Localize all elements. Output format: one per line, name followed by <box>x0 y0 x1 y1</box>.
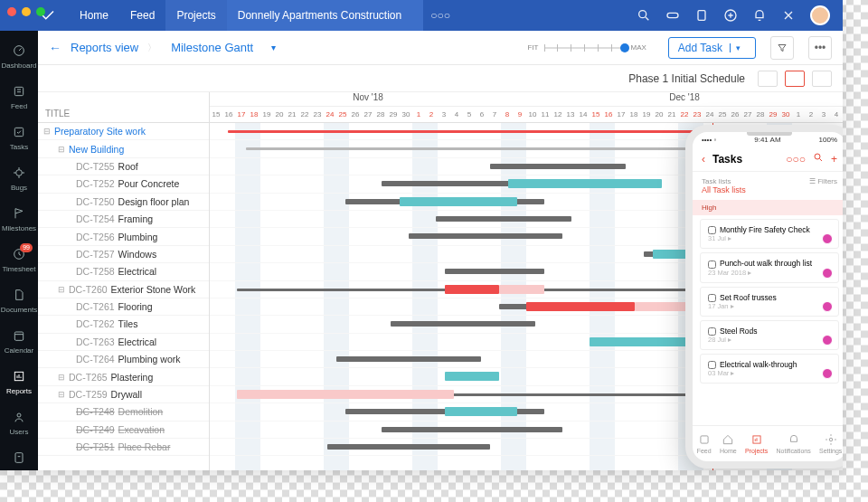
phone-nav-notifications[interactable]: Notifications <box>777 433 811 454</box>
view-option-3[interactable] <box>812 71 832 87</box>
phone-task-item[interactable]: Steel Rods28 Jul ▸ <box>700 320 839 350</box>
task-checkbox[interactable] <box>708 327 716 336</box>
toggle-icon[interactable]: ⊟ <box>43 127 51 136</box>
zoom-slider[interactable]: FIT MAX <box>528 43 646 52</box>
phone-task-item[interactable]: Punch-out walk through list23 Mar 2018 ▸ <box>700 252 839 282</box>
sidebar-item-finance[interactable]: Finance <box>0 443 38 470</box>
sidebar-item-documents[interactable]: Documents <box>0 280 38 321</box>
gantt-bar[interactable] <box>382 427 562 432</box>
sidebar-item-tasks[interactable]: Tasks <box>0 118 38 158</box>
add-task-button[interactable]: Add Task▾ <box>668 37 756 59</box>
view-option-1[interactable] <box>758 71 778 87</box>
phone-task-item[interactable]: Set Roof trusses17 Jan ▸ <box>700 287 839 317</box>
sidebar-item-users[interactable]: Users <box>0 403 38 443</box>
milestone-gantt-label[interactable]: Milestone Gantt <box>171 41 253 54</box>
task-row[interactable]: DC-T254Framing <box>38 211 209 228</box>
nav-home[interactable]: Home <box>69 0 119 31</box>
task-checkbox[interactable] <box>708 361 716 369</box>
gantt-bar[interactable] <box>336 356 481 362</box>
gantt-bar[interactable] <box>237 390 454 399</box>
chevron-down-icon[interactable]: ▾ <box>730 43 746 52</box>
sidebar-item-dashboard[interactable]: Dashboard <box>0 36 38 77</box>
gantt-bar[interactable] <box>490 164 626 169</box>
task-row[interactable]: DC-T257Windows <box>38 246 209 263</box>
reports-view-link[interactable]: Reports view <box>71 41 138 54</box>
task-row[interactable]: DC-T251Place Rebar <box>38 439 209 456</box>
user-avatar[interactable] <box>810 5 830 25</box>
task-row[interactable]: DC-T263Electrical <box>38 334 209 351</box>
more-button[interactable]: ••• <box>808 36 832 60</box>
task-row[interactable]: ⊟DC-T265Plastering <box>38 368 209 385</box>
sidebar-item-bugs[interactable]: Bugs <box>0 158 38 199</box>
tools-icon[interactable] <box>781 8 796 23</box>
task-checkbox[interactable] <box>708 260 716 269</box>
gantt-bar[interactable] <box>445 407 517 416</box>
phone-back-icon[interactable]: ‹ <box>702 153 705 166</box>
sidebar-item-calendar[interactable]: Calendar <box>0 321 38 362</box>
gantt-bar[interactable] <box>391 321 535 327</box>
toggle-icon[interactable]: ⊟ <box>58 373 65 382</box>
phone-more-icon[interactable]: ○○○ <box>786 153 806 166</box>
phone-filters-link[interactable]: ☰ Filters <box>809 177 837 194</box>
task-checkbox[interactable] <box>708 294 716 302</box>
phone-plus-icon[interactable]: + <box>831 153 837 166</box>
search-icon[interactable] <box>637 8 651 23</box>
gantt-bar[interactable] <box>436 216 571 222</box>
phone-task-item[interactable]: Monthly Fire Safety Check31 Jul ▸ <box>700 219 839 249</box>
phone-search-icon[interactable] <box>813 152 824 166</box>
sidebar-item-feed[interactable]: Feed <box>0 77 38 118</box>
clipboard-icon[interactable] <box>694 8 709 23</box>
task-row[interactable]: ⊟New Building <box>38 140 209 157</box>
all-task-lists-link[interactable]: All Task lists <box>702 185 746 194</box>
gantt-bar[interactable] <box>445 285 499 294</box>
toggle-icon[interactable]: ⊟ <box>58 390 65 399</box>
phone-nav-projects[interactable]: Projects <box>745 433 768 454</box>
gantt-bar[interactable] <box>409 233 562 239</box>
gantt-bar[interactable] <box>499 285 544 294</box>
task-row[interactable]: DC-T255Roof <box>38 158 209 175</box>
task-row[interactable]: ⊟DC-T259Drywall <box>38 386 209 403</box>
task-row[interactable]: DC-T264Plumbing work <box>38 351 209 368</box>
filter-button[interactable] <box>770 36 794 60</box>
phone-nav-settings[interactable]: Settings <box>819 433 842 454</box>
view-option-2[interactable] <box>785 71 805 87</box>
task-row[interactable]: DC-T256Plumbing <box>38 228 209 245</box>
task-row[interactable]: DC-T249Excavation <box>38 421 209 439</box>
bell-icon[interactable] <box>752 8 767 23</box>
tasks-icon <box>12 125 26 139</box>
window-controls[interactable] <box>7 7 45 16</box>
phone-nav-home[interactable]: Home <box>720 433 737 454</box>
sidebar-item-milestones[interactable]: Milestones <box>0 199 38 240</box>
task-row[interactable]: DC-T250Design floor plan <box>38 194 209 211</box>
task-row[interactable]: DC-T258Electrical <box>38 263 209 280</box>
task-row[interactable]: ⊟DC-T260Exterior Stone Work <box>38 281 209 298</box>
back-arrow-icon[interactable]: ← <box>49 41 61 55</box>
task-checkbox[interactable] <box>708 226 716 234</box>
plus-icon[interactable] <box>723 8 738 23</box>
nav-projects[interactable]: Projects <box>165 0 226 31</box>
task-row[interactable]: DC-T261Flooring <box>38 298 209 316</box>
task-row[interactable]: DC-T262Tiles <box>38 316 209 333</box>
gantt-bar[interactable] <box>526 302 635 311</box>
gantt-bar[interactable] <box>400 197 517 206</box>
gantt-bar[interactable] <box>445 372 499 381</box>
task-row[interactable]: DC-T252Pour Concrete <box>38 175 209 193</box>
breadcrumb-project[interactable]: Donnelly Apartments Construction <box>227 0 423 31</box>
gantt-bar[interactable] <box>508 179 662 188</box>
more-icon[interactable]: ○○○ <box>430 9 450 22</box>
task-row[interactable]: DC-T248Demolition <box>38 403 209 421</box>
gamepad-icon[interactable] <box>665 8 680 23</box>
day-label: 20 <box>653 107 665 122</box>
gantt-bar[interactable] <box>445 269 544 274</box>
sidebar-item-reports[interactable]: Reports <box>0 362 38 403</box>
chevron-down-icon[interactable]: ▾ <box>271 43 276 52</box>
sidebar-item-timesheet[interactable]: Timesheet99 <box>0 240 38 280</box>
nav-feed[interactable]: Feed <box>119 0 165 31</box>
task-row[interactable]: ⊟Preparatory Site work <box>38 123 209 140</box>
toggle-icon[interactable]: ⊟ <box>58 145 65 154</box>
phone-nav-feed[interactable]: Feed <box>697 433 712 454</box>
phone-task-item[interactable]: Electrical walk-through03 Mar ▸ <box>700 354 839 384</box>
gantt-bar[interactable] <box>327 444 490 450</box>
toggle-icon[interactable]: ⊟ <box>58 285 65 294</box>
gantt-bar[interactable] <box>635 302 689 311</box>
